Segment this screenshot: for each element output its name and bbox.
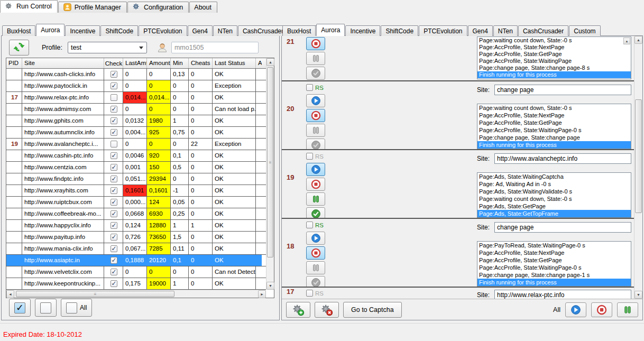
- log-scroll-up-icon[interactable]: ▲: [623, 38, 630, 44]
- log-line[interactable]: Page:Ads, State:WaitingCaptcha: [477, 173, 631, 180]
- log-listbox[interactable]: Page:Ads, State:WaitingCaptchaPage: Ad, …: [477, 172, 631, 218]
- log-line[interactable]: Page:Ads, State:GetTopFrame: [477, 210, 631, 217]
- column-header-check[interactable]: Check: [104, 58, 123, 68]
- log-line[interactable]: Page:AccProfile, State:NextPage: [477, 112, 631, 119]
- check-button[interactable]: [306, 139, 325, 149]
- row-checkbox[interactable]: ✓: [111, 71, 117, 78]
- pause-button[interactable]: [306, 261, 325, 274]
- log-line[interactable]: Finish running for this process: [477, 141, 631, 149]
- log-listbox[interactable]: Page:waiting count down, State:-0 sPage:…: [477, 104, 631, 149]
- left-tab-incentive[interactable]: Incentive: [65, 25, 100, 36]
- scroll-left-icon[interactable]: ◄: [6, 290, 14, 298]
- scroll-right-icon[interactable]: ►: [258, 290, 266, 298]
- scroll-down-icon[interactable]: ▼: [266, 282, 274, 290]
- table-row[interactable]: 17http://www.relax-ptc.info0,014...0,014…: [6, 92, 266, 104]
- log-line[interactable]: Page:AccProfile, State:WaitingPage-0 s: [477, 126, 631, 134]
- stop-button[interactable]: [306, 109, 325, 122]
- row-checkbox[interactable]: ✓: [111, 199, 117, 206]
- play-button[interactable]: [306, 94, 325, 107]
- row-checkbox[interactable]: ✓: [111, 234, 117, 241]
- table-row[interactable]: http://www.cashin-ptc.info✓0,00469200,10…: [6, 150, 266, 162]
- left-tab-shiftcode[interactable]: ShiftCode: [100, 25, 138, 36]
- row-checkbox[interactable]: ✓: [111, 222, 117, 229]
- column-header-pid[interactable]: PID: [6, 58, 22, 68]
- log-line[interactable]: Page:AccProfile, State:GetPage: [477, 256, 631, 264]
- row-checkbox[interactable]: ✓: [111, 176, 117, 182]
- right-tab-incentive[interactable]: Incentive: [345, 25, 380, 36]
- log-line[interactable]: Page:change page, State:change page-8 s: [477, 64, 631, 71]
- left-tab-gen4[interactable]: Gen4: [188, 25, 213, 36]
- right-tab-ptcevolution[interactable]: PTCEvolution: [419, 25, 467, 36]
- log-line[interactable]: Page:AccProfile, State:NextPage: [477, 249, 631, 256]
- log-listbox[interactable]: Page:PayToRead, State:WaitingPage-0 sPag…: [477, 241, 631, 287]
- all-toggle-button[interactable]: All: [61, 299, 92, 317]
- rs-checkbox[interactable]: RS: [306, 290, 324, 297]
- table-row[interactable]: http://www.velvetclix.com✓0000Can not De…: [6, 266, 266, 278]
- check-button[interactable]: [306, 276, 325, 287]
- uncheck-all-button[interactable]: [35, 299, 57, 317]
- row-checkbox[interactable]: ✓: [111, 187, 117, 194]
- goto-captcha-button[interactable]: Go to Captcha: [343, 302, 402, 318]
- table-row[interactable]: http://www.gphits.com✓0,0132198010OK: [6, 115, 266, 127]
- check-all-button[interactable]: ✓: [9, 299, 31, 317]
- site-input[interactable]: [494, 290, 631, 299]
- log-line[interactable]: Page:waiting count down, State:-0 s: [477, 37, 631, 44]
- row-checkbox[interactable]: ✓: [111, 117, 117, 124]
- tab-profile-manager[interactable]: Profile Manager: [58, 2, 127, 13]
- all-stop-button[interactable]: [591, 302, 612, 317]
- table-row[interactable]: http://www.happyclix.info✓0,1241288011OK: [6, 220, 266, 232]
- table-row[interactable]: http://www.paytoclick.in✓0000Exception: [6, 80, 266, 92]
- site-input[interactable]: [494, 153, 631, 164]
- log-line[interactable]: Page:waiting count down, State:-0 s: [477, 195, 631, 202]
- check-button[interactable]: [306, 67, 325, 80]
- row-checkbox[interactable]: ✓: [111, 129, 117, 136]
- log-line[interactable]: Page:AccProfile, State:GetPage: [477, 51, 631, 58]
- log-line[interactable]: Page:waiting count down, State:-0 s: [477, 104, 631, 112]
- table-hscrollbar[interactable]: ◄ ≡ ►: [6, 290, 266, 298]
- table-row[interactable]: http://www.coffeebreak-mo...✓0,066869300…: [6, 208, 266, 220]
- column-header-site[interactable]: Site: [22, 58, 104, 68]
- row-checkbox[interactable]: ✓: [111, 210, 117, 217]
- table-row[interactable]: http://www.keepontruckinp...✓0,175190001…: [6, 278, 266, 290]
- scrollbar-thumb[interactable]: ≡: [267, 67, 273, 257]
- pause-button[interactable]: [306, 192, 325, 206]
- scroll-up-icon[interactable]: ▲: [634, 36, 642, 44]
- column-header-lastamt[interactable]: LastAmt: [123, 58, 147, 68]
- row-checkbox[interactable]: [111, 141, 117, 148]
- log-line[interactable]: Page:AccProfile, State:NextPage: [477, 44, 631, 51]
- log-line[interactable]: Page:change page, State:change page: [477, 134, 631, 141]
- row-checkbox[interactable]: ✓: [111, 269, 117, 275]
- log-line[interactable]: Page: Ad, Waiting Ad in -0 s: [477, 180, 631, 188]
- log-line[interactable]: Page:Ads, State:WaitingValidate-0 s: [477, 188, 631, 195]
- log-line[interactable]: Finish running for this process: [477, 279, 631, 286]
- log-listbox[interactable]: Page:waiting count down, State:-0 sPage:…: [477, 36, 631, 79]
- right-tab-custom[interactable]: Custom: [569, 25, 600, 36]
- log-line[interactable]: Page:Ads, State:GetPage: [477, 202, 631, 210]
- play-button[interactable]: [306, 163, 325, 176]
- left-tab-cashcrusader[interactable]: CashCrusader: [238, 25, 288, 36]
- play-button[interactable]: [306, 232, 325, 245]
- row-checkbox[interactable]: ✓: [111, 106, 117, 113]
- column-header-a[interactable]: A: [256, 58, 262, 68]
- row-checkbox[interactable]: ✓: [111, 257, 117, 264]
- table-row[interactable]: http://www.mania-clix.info✓0,067...72850…: [6, 243, 266, 255]
- log-line[interactable]: Page:AccProfile, State:WaitingPage-0 s: [477, 264, 631, 271]
- right-tab-cashcrusader[interactable]: CashCrusader: [518, 25, 568, 36]
- tab-run-control[interactable]: Run Control: [0, 0, 58, 13]
- column-header-last-status[interactable]: Last Status: [213, 58, 256, 68]
- table-row[interactable]: http://www.payitup.info✓0,726736501,50OK: [6, 232, 266, 243]
- log-line[interactable]: Page:AccProfile, State:GetPage: [477, 119, 631, 126]
- row-checkbox[interactable]: ✓: [111, 164, 117, 171]
- table-row[interactable]: http://www.asiaptc.in✓0,1888201200,10OK: [6, 255, 266, 266]
- column-header-cheats[interactable]: Cheats: [189, 58, 213, 68]
- log-line[interactable]: Page:PayToRead, State:WaitingPage-0 s: [477, 242, 631, 249]
- row-checkbox[interactable]: ✓: [111, 152, 117, 159]
- log-line[interactable]: Page:change page, State:change page-1 s: [477, 271, 631, 279]
- all-pause-button[interactable]: [617, 302, 638, 317]
- pause-button[interactable]: [306, 124, 325, 137]
- stop-button[interactable]: [306, 37, 325, 50]
- site-input[interactable]: [494, 85, 631, 95]
- table-row[interactable]: http://www.ruiptcbux.com✓0,000...1240,05…: [6, 197, 266, 208]
- right-tab-shiftcode[interactable]: ShiftCode: [381, 25, 418, 36]
- rs-checkbox[interactable]: RS: [306, 84, 324, 91]
